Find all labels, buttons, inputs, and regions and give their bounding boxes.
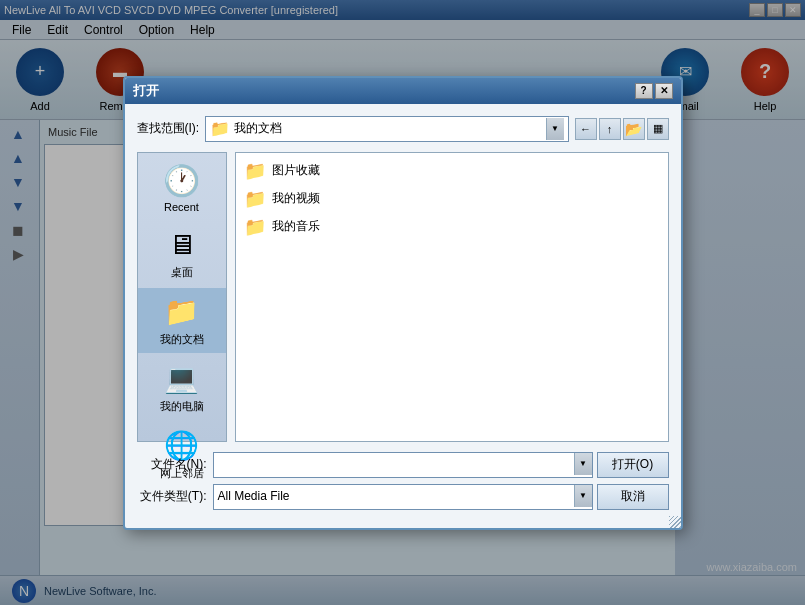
filename-dropdown-arrow[interactable]: ▼ <box>574 453 592 475</box>
filename-label: 文件名(N): <box>137 456 207 473</box>
nav-mydocs[interactable]: 📁 我的文档 <box>138 288 226 353</box>
file-entry-1[interactable]: 📁 我的视频 <box>240 185 664 213</box>
location-dropdown-arrow[interactable]: ▼ <box>546 118 564 140</box>
desktop-icon: 🖥 <box>162 227 202 263</box>
dialog-help-button[interactable]: ? <box>635 83 653 99</box>
mydocs-label: 我的文档 <box>160 332 204 347</box>
filetype-dropdown-arrow[interactable]: ▼ <box>574 485 592 507</box>
back-button[interactable]: ← <box>575 118 597 140</box>
filename-input[interactable] <box>214 453 574 475</box>
nav-desktop[interactable]: 🖥 桌面 <box>138 221 226 286</box>
dialog-title-bar: 打开 ? ✕ <box>125 78 681 104</box>
dialog-close-button[interactable]: ✕ <box>655 83 673 99</box>
open-action-button[interactable]: 打开(O) <box>597 452 669 478</box>
dialog-title-text: 打开 <box>133 82 635 100</box>
filetype-label: 文件类型(T): <box>137 488 207 505</box>
mypc-label: 我的电脑 <box>160 399 204 414</box>
nav-recent[interactable]: 🕐 Recent <box>138 157 226 219</box>
open-dialog: 打开 ? ✕ 查找范围(I): 📁 我的文档 ▼ ← ↑ 📂 ▦ <box>123 76 683 530</box>
nav-panel: 🕐 Recent 🖥 桌面 📁 我的文档 💻 我的电脑 <box>137 152 227 442</box>
location-value: 我的文档 <box>234 120 541 137</box>
file-name-0: 图片收藏 <box>272 162 320 179</box>
cancel-action-button[interactable]: 取消 <box>597 484 669 510</box>
folder-icon: 📁 <box>210 119 230 138</box>
filetype-value: All Media File <box>214 485 574 509</box>
file-name-1: 我的视频 <box>272 190 320 207</box>
filename-row: 文件名(N): ▼ 打开(O) <box>137 452 669 478</box>
up-button[interactable]: ↑ <box>599 118 621 140</box>
desktop-label: 桌面 <box>171 265 193 280</box>
dialog-body: 查找范围(I): 📁 我的文档 ▼ ← ↑ 📂 ▦ 🕐 <box>125 104 681 528</box>
nav-buttons: ← ↑ 📂 ▦ <box>575 118 669 140</box>
file-icon-0: 📁 <box>244 160 266 182</box>
dialog-title-buttons: ? ✕ <box>635 83 673 99</box>
file-area[interactable]: 📁 图片收藏 📁 我的视频 📁 我的音乐 <box>235 152 669 442</box>
filename-input-group: ▼ 打开(O) <box>213 452 669 478</box>
new-folder-button[interactable]: 📂 <box>623 118 645 140</box>
mydocs-icon: 📁 <box>162 294 202 330</box>
resize-handle[interactable] <box>669 516 681 528</box>
location-label: 查找范围(I): <box>137 120 200 137</box>
dialog-split: 🕐 Recent 🖥 桌面 📁 我的文档 💻 我的电脑 <box>137 152 669 442</box>
modal-overlay: 打开 ? ✕ 查找范围(I): 📁 我的文档 ▼ ← ↑ 📂 ▦ <box>0 0 805 605</box>
recent-icon: 🕐 <box>162 163 202 199</box>
filetype-input-group: All Media File ▼ 取消 <box>213 484 669 510</box>
file-entry-2[interactable]: 📁 我的音乐 <box>240 213 664 241</box>
location-bar: 查找范围(I): 📁 我的文档 ▼ ← ↑ 📂 ▦ <box>137 116 669 142</box>
recent-label: Recent <box>164 201 199 213</box>
file-icon-1: 📁 <box>244 188 266 210</box>
mypc-icon: 💻 <box>162 361 202 397</box>
file-name-2: 我的音乐 <box>272 218 320 235</box>
file-entry-0[interactable]: 📁 图片收藏 <box>240 157 664 185</box>
view-button[interactable]: ▦ <box>647 118 669 140</box>
nav-mypc[interactable]: 💻 我的电脑 <box>138 355 226 420</box>
file-icon-2: 📁 <box>244 216 266 238</box>
filetype-row: 文件类型(T): All Media File ▼ 取消 <box>137 484 669 510</box>
location-select[interactable]: 📁 我的文档 ▼ <box>205 116 568 142</box>
